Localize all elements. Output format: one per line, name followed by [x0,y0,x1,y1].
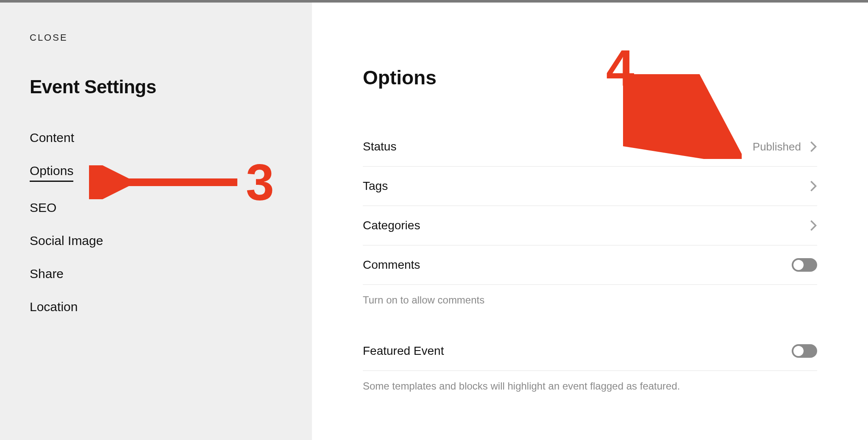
toggle-knob [793,346,804,356]
row-comments-help: Turn on to allow comments [363,294,817,306]
row-comments: Comments [363,245,817,285]
sidebar-item-seo[interactable]: SEO [30,201,56,215]
sidebar-item-share[interactable]: Share [30,267,64,281]
row-featured-help: Some templates and blocks will highlight… [363,380,817,392]
sidebar-item-content[interactable]: Content [30,131,74,145]
main-title: Options [363,66,817,89]
sidebar-item-social-image[interactable]: Social Image [30,234,103,248]
row-categories-label: Categories [363,219,420,232]
row-featured: Featured Event [363,331,817,371]
toggle-featured[interactable] [792,344,817,358]
row-comments-label: Comments [363,258,420,272]
row-tags-label: Tags [363,179,388,193]
page-title: Event Settings [30,76,282,97]
sidebar-nav: Content Options SEO Social Image Share L… [30,131,282,333]
sidebar: CLOSE Event Settings Content Options SEO… [0,3,312,440]
chevron-right-icon [810,141,817,153]
row-status[interactable]: Status Published [363,127,817,167]
chevron-right-icon [810,180,817,192]
sidebar-item-location[interactable]: Location [30,300,78,314]
row-categories[interactable]: Categories [363,206,817,245]
toggle-knob [793,260,804,270]
sidebar-item-options[interactable]: Options [30,164,73,182]
row-featured-label: Featured Event [363,344,444,358]
toggle-comments[interactable] [792,258,817,272]
close-button[interactable]: CLOSE [30,32,68,43]
main-panel: Options Status Published Tags [312,3,868,392]
row-status-value: Published [753,140,801,153]
chevron-right-icon [810,220,817,231]
row-tags[interactable]: Tags [363,167,817,206]
row-status-label: Status [363,140,396,153]
